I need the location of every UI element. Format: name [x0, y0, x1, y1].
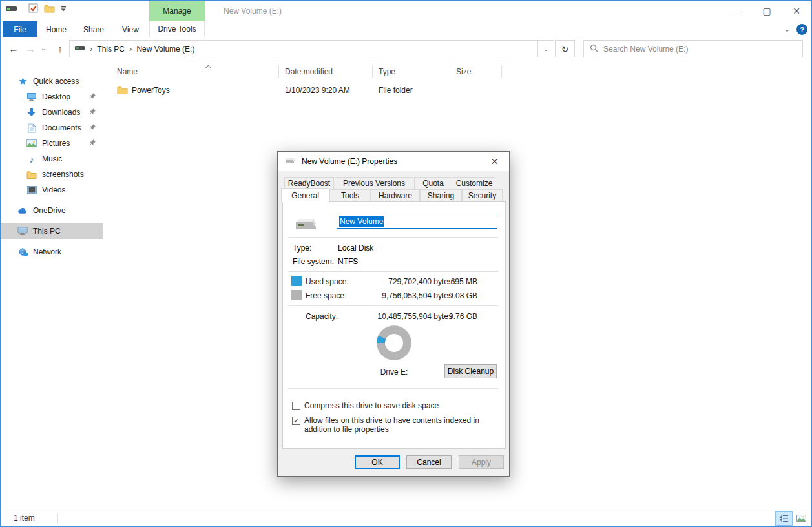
disk-cleanup-button[interactable]: Disk Cleanup: [444, 364, 497, 378]
column-divider[interactable]: [501, 65, 502, 78]
type-label: Type:: [293, 243, 311, 253]
breadcrumb-this-pc[interactable]: This PC: [97, 45, 125, 54]
close-button[interactable]: ✕: [782, 1, 811, 21]
details-view-button[interactable]: [775, 511, 793, 526]
new-folder-qat-icon[interactable]: [44, 4, 55, 15]
column-header-date-modified[interactable]: Date modified: [285, 64, 333, 79]
tab-general[interactable]: General: [281, 188, 329, 203]
search-box[interactable]: [583, 40, 803, 57]
column-divider[interactable]: [278, 65, 279, 78]
network-icon: [17, 247, 28, 257]
column-divider[interactable]: [372, 65, 373, 78]
drive-icon: [75, 45, 85, 54]
tab-view[interactable]: View: [112, 21, 149, 37]
free-space-swatch: [291, 290, 302, 300]
tab-tools[interactable]: Tools: [329, 189, 371, 202]
window-controls: — ▢ ✕: [722, 1, 811, 21]
breadcrumb-current[interactable]: New Volume (E:): [136, 45, 194, 54]
sidebar-item-desktop[interactable]: Desktop: [1, 89, 103, 105]
compress-checkbox-label: Compress this drive to save disk space: [304, 401, 499, 410]
manage-contextual-tab[interactable]: Manage: [149, 1, 205, 21]
file-date: 1/10/2023 9:20 AM: [285, 83, 350, 98]
divider: [288, 388, 498, 389]
back-button[interactable]: ←: [6, 41, 21, 56]
file-type: File folder: [379, 83, 413, 98]
properties-dialog: New Volume (E:) Properties ✕ ReadyBoost …: [277, 151, 510, 477]
tab-share[interactable]: Share: [75, 21, 112, 37]
tab-quota[interactable]: Quota: [414, 177, 452, 190]
quick-access-star-icon: [17, 76, 28, 87]
ok-button[interactable]: OK: [355, 455, 400, 469]
index-checkbox-label: Allow files on this drive to have conten…: [304, 416, 499, 434]
address-dropdown-chevron-icon[interactable]: ⌄: [538, 40, 554, 57]
properties-qat-icon[interactable]: [28, 3, 39, 16]
item-count: 1 item: [14, 510, 35, 526]
sidebar-item-videos[interactable]: Videos: [1, 182, 103, 198]
column-divider[interactable]: [450, 65, 450, 78]
document-icon: [26, 123, 37, 133]
sidebar-item-pictures[interactable]: Pictures: [1, 136, 103, 151]
file-row-powertoys[interactable]: PowerToys 1/10/2023 9:20 AM File folder: [104, 83, 805, 98]
sidebar-item-this-pc[interactable]: This PC: [1, 223, 103, 239]
sidebar-item-screenshots[interactable]: screenshots: [1, 167, 103, 182]
drive-icon: [284, 157, 295, 167]
ribbon-collapse-chevron-icon[interactable]: ⌄: [784, 25, 790, 34]
tab-customize[interactable]: Customize: [453, 177, 495, 190]
video-icon: [26, 185, 37, 195]
sidebar-item-quick-access[interactable]: Quick access: [1, 74, 103, 89]
tab-drive-tools[interactable]: Drive Tools: [149, 21, 205, 37]
sidebar-item-network[interactable]: Network: [1, 244, 103, 260]
pin-icon: [89, 92, 96, 101]
music-note-icon: ♪: [26, 154, 37, 164]
up-button[interactable]: ↑: [52, 41, 68, 56]
dialog-title-bar[interactable]: New Volume (E:) Properties: [278, 152, 509, 171]
forward-button[interactable]: →: [23, 41, 38, 56]
filesystem-label: File system:: [293, 257, 334, 266]
customize-qat-chevron-icon[interactable]: [60, 5, 67, 14]
help-icon[interactable]: ?: [796, 24, 807, 35]
sidebar-item-label: Network: [33, 247, 61, 256]
general-tab-panel: New Volume Type: Local Disk File system:…: [282, 202, 506, 449]
sidebar-item-label: OneDrive: [33, 206, 66, 215]
folder-icon: [117, 85, 128, 99]
free-arc: [381, 330, 408, 356]
history-chevron-icon[interactable]: ⌄: [38, 41, 48, 56]
volume-label-input[interactable]: New Volume: [337, 214, 497, 229]
address-toolbar: ← → ⌄ ↑ › This PC › New Volume (E:) ⌄ ↻: [1, 37, 811, 60]
drive-icon: [6, 5, 17, 15]
breadcrumb-separator-icon: ›: [90, 44, 92, 54]
search-input[interactable]: [603, 45, 784, 54]
sidebar-item-onedrive[interactable]: OneDrive: [1, 203, 103, 218]
column-header-size[interactable]: Size: [456, 64, 471, 79]
dialog-close-button[interactable]: ✕: [480, 152, 509, 171]
used-space-label: Used space:: [306, 277, 349, 286]
tab-home[interactable]: Home: [37, 21, 75, 37]
index-checkbox-row[interactable]: ✓ Allow files on this drive to have cont…: [292, 416, 499, 434]
checkbox-checked-icon[interactable]: ✓: [292, 417, 300, 425]
tab-security[interactable]: Security: [462, 189, 503, 202]
tab-previous-versions[interactable]: Previous Versions: [335, 177, 413, 190]
tab-file[interactable]: File: [3, 21, 37, 37]
sidebar-item-documents[interactable]: Documents: [1, 120, 103, 136]
thumbnail-view-button[interactable]: [793, 511, 810, 526]
refresh-button[interactable]: ↻: [555, 40, 575, 57]
computer-icon: [17, 226, 28, 236]
tab-hardware[interactable]: Hardware: [371, 189, 420, 202]
checkbox-unchecked-icon[interactable]: [292, 402, 300, 410]
pin-icon: [89, 108, 96, 117]
sidebar-item-downloads[interactable]: Downloads: [1, 105, 103, 120]
maximize-button[interactable]: ▢: [752, 1, 782, 21]
tab-sharing[interactable]: Sharing: [420, 189, 462, 202]
breadcrumb[interactable]: › This PC › New Volume (E:): [69, 40, 538, 57]
divider: [288, 237, 498, 238]
apply-button[interactable]: Apply: [459, 455, 504, 469]
window-title: New Volume (E:): [224, 1, 282, 21]
status-bar: 1 item: [1, 510, 811, 526]
sidebar-item-label: Quick access: [33, 77, 79, 86]
column-header-type[interactable]: Type: [379, 64, 395, 79]
sidebar-item-music[interactable]: ♪ Music: [1, 151, 103, 167]
cancel-button[interactable]: Cancel: [406, 455, 452, 469]
column-header-name[interactable]: Name: [117, 64, 138, 79]
minimize-button[interactable]: —: [722, 1, 752, 21]
compress-checkbox-row[interactable]: Compress this drive to save disk space: [292, 401, 499, 410]
